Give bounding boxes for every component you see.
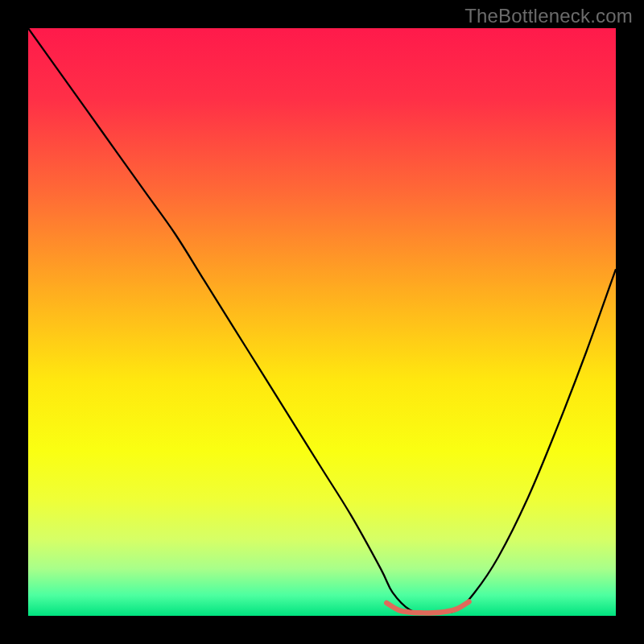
curve-layer xyxy=(28,28,616,616)
bottleneck-curve-path xyxy=(28,28,616,613)
optimal-band-path xyxy=(386,601,469,613)
chart-frame: TheBottleneck.com xyxy=(0,0,644,644)
plot-area xyxy=(28,28,616,616)
watermark-text: TheBottleneck.com xyxy=(464,5,633,27)
